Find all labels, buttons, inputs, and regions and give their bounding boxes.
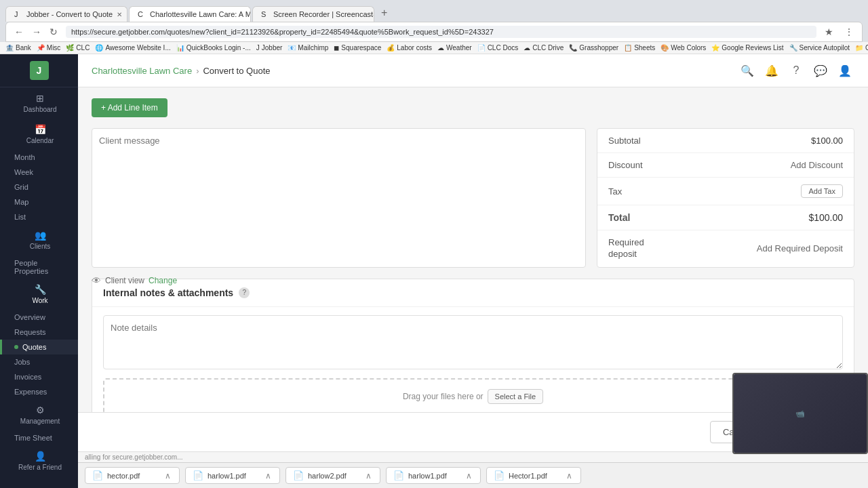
bookmark-weather[interactable]: ☁Weather <box>437 44 472 52</box>
sidebar-item-quotes[interactable]: Quotes <box>0 340 78 354</box>
new-tab-button[interactable]: + <box>376 4 393 22</box>
pdf-icon-1: 📄 <box>92 470 103 481</box>
subtotal-label: Subtotal <box>608 136 641 146</box>
tab-3-title: Screen Recorder | Screencast-O... <box>273 10 374 18</box>
sidebar-item-timesheet[interactable]: Time Sheet <box>0 430 78 445</box>
tab-2[interactable]: C Charlottesville Lawn Care: A Mo... ✕ <box>129 6 251 22</box>
bookmark-service-autopilot[interactable]: 🔧Service Autopilot <box>789 44 850 52</box>
tab-1-close[interactable]: ✕ <box>117 11 122 18</box>
sidebar-item-month[interactable]: Month <box>0 150 78 165</box>
nav-buttons: ← → ↻ <box>12 25 60 39</box>
bookmark-quickbooks[interactable]: 📊QuickBooks Login -... <box>176 44 251 52</box>
sidebar-item-invoices[interactable]: Invoices <box>0 369 78 384</box>
bookmark-awesome-website[interactable]: 🌐Awesome Website I... <box>95 44 170 52</box>
breadcrumb-page: Convert to Quote <box>203 66 270 76</box>
sidebar-item-refer[interactable]: 👤 Refer a Friend <box>0 445 78 476</box>
bookmark-mailchimp[interactable]: 📧Mailchimp <box>288 44 328 52</box>
bookmark-clc-docs[interactable]: 📄CLC Docs <box>477 44 519 52</box>
sidebar-item-grid[interactable]: Grid <box>0 180 78 195</box>
client-message-input[interactable] <box>92 128 586 268</box>
bell-button[interactable]: 🔔 <box>762 61 781 80</box>
add-tax-button[interactable]: Add Tax <box>801 184 843 198</box>
pdf-icon-4: 📄 <box>393 470 404 481</box>
sidebar-item-week[interactable]: Week <box>0 165 78 180</box>
bookmark-google-reviews[interactable]: ⭐Google Reviews List <box>711 44 783 52</box>
sidebar-refer-label: Refer a Friend <box>18 464 62 471</box>
sidebar-requests-label: Requests <box>14 328 45 336</box>
sidebar-item-people-properties[interactable]: PeopleProperties <box>0 256 78 279</box>
download-name-4: harlow1.pdf <box>408 472 460 480</box>
bookmark-bank-icon: 🏦 <box>5 44 14 52</box>
help-button[interactable]: ? <box>787 61 806 80</box>
menu-button[interactable]: ⋮ <box>842 25 856 39</box>
bookmark-clc[interactable]: 🌿CLC <box>66 44 90 52</box>
sidebar-item-overview[interactable]: Overview <box>0 310 78 325</box>
sidebar-item-jobs[interactable]: Jobs <box>0 354 78 369</box>
download-close-5[interactable]: ∧ <box>565 471 574 481</box>
client-view-label: Client view <box>105 276 144 285</box>
back-button[interactable]: ← <box>12 25 26 39</box>
tax-row: Tax Add Tax <box>597 178 854 205</box>
bookmark-squarespace[interactable]: ◼Squarespace <box>334 44 381 52</box>
notes-help-icon[interactable]: ? <box>239 287 250 298</box>
download-close-2[interactable]: ∧ <box>264 471 273 481</box>
pdf-icon-2: 📄 <box>193 470 203 481</box>
bookmark-misc[interactable]: 📌Misc <box>37 44 61 52</box>
download-close-4[interactable]: ∧ <box>465 471 473 481</box>
reload-button[interactable]: ↻ <box>47 25 60 39</box>
select-file-button[interactable]: Select a File <box>488 389 544 404</box>
sidebar-item-calendar[interactable]: 📅 Calendar <box>0 119 78 150</box>
user-button[interactable]: 👤 <box>835 61 854 80</box>
add-line-item-button[interactable]: + Add Line Item <box>92 98 167 117</box>
bookmark-grasshopper[interactable]: 📞Grasshopper <box>569 44 618 52</box>
sidebar-item-dashboard[interactable]: ⊞ Dashboard <box>0 87 78 119</box>
deposit-label: Requireddeposit <box>608 237 644 260</box>
bookmark-sheets[interactable]: 📋Sheets <box>624 44 655 52</box>
sidebar-item-map[interactable]: Map <box>0 195 78 209</box>
sidebar-item-clients[interactable]: 👥 Clients <box>0 224 78 256</box>
sidebar-item-work[interactable]: 🔧 Work <box>0 279 78 310</box>
sidebar-overview-label: Overview <box>14 313 45 321</box>
notes-title: Internal notes & attachments <box>103 287 233 298</box>
download-item-2[interactable]: 📄 harlow1.pdf ∧ <box>185 467 280 484</box>
chat-button[interactable]: 💬 <box>811 61 830 80</box>
address-input[interactable] <box>66 26 816 38</box>
bookmark-web-colors[interactable]: 🎨Web Colors <box>660 44 706 52</box>
sidebar-item-list[interactable]: List <box>0 209 78 224</box>
tabs-row: J Jobber - Convert to Quote ✕ C Charlott… <box>5 4 863 22</box>
download-bar: 📄 hector.pdf ∧ 📄 harlow1.pdf ∧ 📄 harlow2… <box>78 462 868 488</box>
extensions-button[interactable]: ★ <box>822 25 836 39</box>
breadcrumb-company[interactable]: Charlottesville Lawn Care <box>92 66 192 76</box>
right-column: Subtotal $100.00 Discount Add Discount T… <box>597 128 854 268</box>
video-overlay: 📹 <box>732 373 868 454</box>
download-item-1[interactable]: 📄 hector.pdf ∧ <box>85 467 180 484</box>
add-deposit-link[interactable]: Add Required Deposit <box>757 243 843 253</box>
download-item-4[interactable]: 📄 harlow1.pdf ∧ <box>386 467 481 484</box>
search-button[interactable]: 🔍 <box>738 61 757 80</box>
download-name-2: harlow1.pdf <box>208 472 260 480</box>
download-item-3[interactable]: 📄 harlow2.pdf ∧ <box>285 467 380 484</box>
tab-1[interactable]: J Jobber - Convert to Quote ✕ <box>5 6 127 22</box>
discount-label: Discount <box>608 160 643 170</box>
download-close-3[interactable]: ∧ <box>364 471 373 481</box>
change-link[interactable]: Change <box>149 276 177 285</box>
download-name-5: Hector1.pdf <box>509 472 561 480</box>
bookmark-jobber[interactable]: JJobber <box>256 44 283 52</box>
bookmark-clc-drive[interactable]: ☁CLC Drive <box>524 44 564 52</box>
bookmark-labor-costs[interactable]: 💰Labor costs <box>387 44 432 52</box>
address-bar-row: ← → ↻ ★ ⋮ <box>5 22 863 42</box>
sidebar-item-expenses[interactable]: Expenses <box>0 384 78 399</box>
dashboard-icon: ⊞ <box>36 93 44 104</box>
sidebar-item-management[interactable]: ⚙ Management <box>0 399 78 430</box>
sidebar-people-label: PeopleProperties <box>14 259 48 275</box>
tab-3[interactable]: S Screen Recorder | Screencast-O... ✕ <box>252 6 374 22</box>
add-discount-link[interactable]: Add Discount <box>791 160 843 170</box>
download-item-5[interactable]: 📄 Hector1.pdf ∧ <box>486 467 581 484</box>
sidebar-item-requests[interactable]: Requests <box>0 325 78 340</box>
note-details-input[interactable] <box>103 315 843 369</box>
download-close-1[interactable]: ∧ <box>163 471 172 481</box>
sidebar-quotes-label: Quotes <box>22 343 46 351</box>
forward-button[interactable]: → <box>29 25 44 39</box>
bookmark-bank[interactable]: 🏦Bank <box>5 44 31 52</box>
bookmark-other[interactable]: 📁Other bookmarks <box>855 44 868 52</box>
